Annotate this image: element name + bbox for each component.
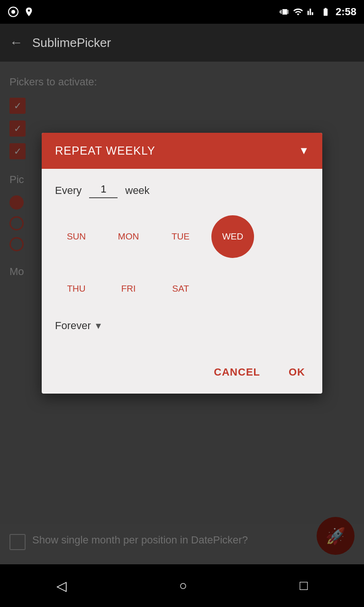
day-fri[interactable]: FRI [107,267,150,310]
status-bar-left [8,6,34,18]
week-label: week [125,184,149,197]
days-row-1: SUN MON TUE WED [55,215,309,258]
forever-label: Forever [55,320,91,332]
nav-bar: ◁ ○ □ [0,564,364,607]
cancel-button[interactable]: CANCEL [204,360,270,384]
day-wed[interactable]: WED [211,215,254,258]
nav-home-button[interactable]: ○ [179,578,187,593]
status-bar-right: 2:58 [280,6,356,18]
every-row: Every week [55,183,309,198]
days-row-2: THU FRI SAT [55,267,309,310]
dialog-dropdown-icon[interactable]: ▼ [299,145,309,157]
app-bar: ← SublimePicker [0,24,364,62]
wifi-icon [293,7,303,17]
day-sat[interactable]: SAT [159,267,202,310]
repeat-weekly-dialog: REPEAT WEEKLY ▼ Every week SUN MON TUE W… [42,133,322,394]
dialog-actions: CANCEL OK [42,356,322,394]
day-thu[interactable]: THU [55,267,98,310]
nav-back-button[interactable]: ◁ [56,578,67,594]
dialog-header: REPEAT WEEKLY ▼ [42,133,322,169]
nav-recents-button[interactable]: □ [300,578,308,593]
day-sun[interactable]: SUN [55,215,98,258]
app-icon-2 [24,7,34,17]
day-mon[interactable]: MON [107,215,150,258]
day-tue[interactable]: TUE [159,215,202,258]
ok-button[interactable]: OK [279,360,315,384]
signal-icon [307,7,316,17]
app-icon-1 [8,6,19,18]
dialog-title: REPEAT WEEKLY [55,144,155,157]
dialog-body: Every week SUN MON TUE WED THU FRI SAT F… [42,169,322,356]
every-label: Every [55,184,82,197]
forever-dropdown-icon[interactable]: ▾ [96,320,101,332]
forever-row: Forever ▾ [55,320,309,332]
vibrate-icon [280,7,289,17]
svg-point-1 [11,10,15,14]
back-button[interactable]: ← [9,35,23,50]
app-bar-title: SublimePicker [32,36,111,50]
time-display: 2:58 [336,6,356,18]
battery-icon [319,7,332,17]
status-bar: 2:58 [0,0,364,24]
every-input[interactable] [89,183,118,198]
